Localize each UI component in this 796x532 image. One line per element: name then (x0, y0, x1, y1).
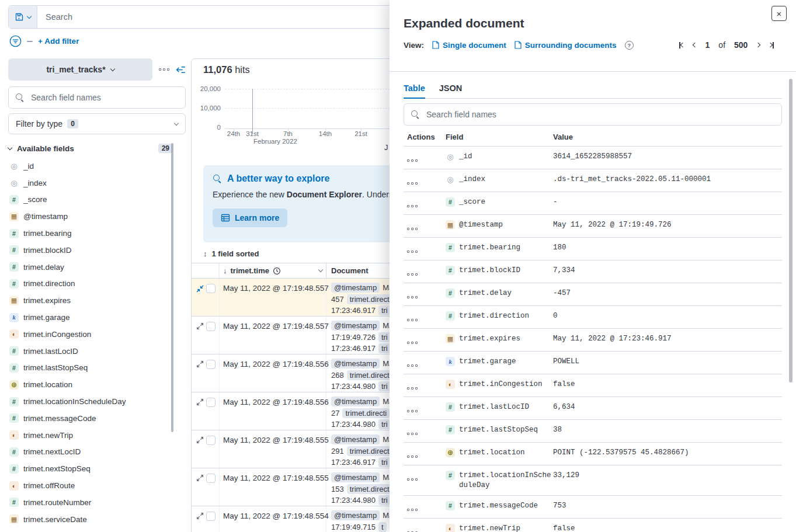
field-actions-buttons[interactable] (407, 182, 418, 185)
toggle-document-details-icon[interactable] (196, 512, 205, 520)
filter-count-badge: 0 (67, 119, 78, 128)
sorted-fields-button[interactable]: ↕ 1 field sorted (203, 249, 259, 258)
first-page-button[interactable] (679, 42, 684, 48)
field-list-item[interactable]: trimet.locationInScheduleDay (8, 393, 186, 410)
toggle-document-details-icon[interactable] (196, 322, 205, 330)
field-list-item[interactable]: _score (8, 192, 186, 208)
field-type-icon (9, 413, 19, 423)
field-list-item[interactable]: trimet.newTrip (8, 427, 186, 444)
toggle-document-details-icon[interactable] (196, 474, 205, 482)
field-type-icon (9, 346, 19, 356)
flyout-title: Expanded document (404, 0, 782, 30)
select-document-checkbox[interactable] (206, 360, 215, 369)
previous-page-button[interactable] (693, 43, 697, 47)
field-list-item[interactable]: trimet.lastStopSeq (8, 360, 186, 377)
field-list-item[interactable]: trimet.messageCode (8, 410, 186, 427)
toggle-document-details-icon[interactable] (196, 436, 205, 444)
sidebar-scrollbar[interactable] (171, 143, 173, 432)
select-document-checkbox[interactable] (206, 284, 215, 293)
field-list-item[interactable]: trimet.lastLocID (8, 343, 186, 360)
field-type-icon (446, 524, 455, 532)
search-icon (213, 174, 222, 183)
available-fields-toggle[interactable]: Available fields 29 (8, 141, 186, 155)
surrounding-documents-link[interactable]: Surrounding documents (515, 41, 617, 50)
field-actions-buttons[interactable] (407, 364, 418, 367)
toggle-document-details-icon[interactable] (196, 284, 204, 294)
field-type-icon (446, 334, 455, 343)
field-value-row: trimet.inCongestion false (404, 374, 782, 397)
close-flyout-button[interactable]: × (771, 6, 787, 21)
flyout-scrollbar[interactable] (789, 79, 792, 383)
field-list-item[interactable]: trimet.direction (8, 276, 186, 293)
field-list-item[interactable]: trimet.blockID (8, 242, 186, 259)
column-menu-chevron-icon[interactable] (318, 267, 323, 272)
field-list-item[interactable]: trimet.location (8, 376, 186, 393)
select-document-checkbox[interactable] (206, 474, 215, 483)
field-value: POINT (-122.5379575 45.4828667) (553, 448, 782, 458)
learn-more-button[interactable]: Learn more (213, 208, 287, 227)
filter-by-type-select[interactable]: Filter by type 0 (8, 113, 186, 134)
field-actions-buttons[interactable] (407, 319, 418, 321)
field-value-row: @timestamp May 11, 2022 @ 17:19:49.726 (404, 215, 782, 238)
field-actions-buttons[interactable] (407, 387, 418, 390)
field-list-item[interactable]: @timestamp (8, 208, 186, 225)
field-list-item[interactable]: trimet.bearing (8, 225, 186, 242)
field-actions-buttons[interactable] (407, 251, 418, 253)
field-list-item[interactable]: trimet.serviceDate (8, 511, 186, 528)
field-search-input[interactable] (30, 92, 179, 103)
tab-table[interactable]: Table (404, 84, 425, 98)
next-page-button[interactable] (756, 43, 760, 47)
field-value: May 11, 2022 @ 17:19:49.726 (553, 220, 782, 230)
toggle-document-details-icon[interactable] (196, 398, 205, 406)
saved-query-menu-button[interactable] (9, 6, 37, 28)
field-value-row: _id 3614_1652285988557 (404, 147, 782, 169)
field-list-item[interactable]: trimet.nextStopSeq (8, 460, 186, 477)
field-type-icon (9, 262, 19, 272)
field-list-item[interactable]: _index (8, 175, 186, 192)
field-list-item[interactable]: _id (8, 158, 186, 175)
field-actions-buttons[interactable] (407, 296, 418, 298)
toggle-document-details-icon[interactable] (196, 360, 205, 368)
field-list-item[interactable]: trimet.inCongestion (8, 326, 186, 343)
field-list-item[interactable]: trimet.routeNumber (8, 494, 186, 511)
time-column-header[interactable]: ↓ trimet.time (219, 263, 326, 278)
collapse-sidebar-button[interactable] (176, 65, 186, 75)
fields-sidebar: tri_met_tracks* Filter by type 0 Availab… (8, 58, 186, 528)
field-actions-buttons[interactable] (407, 159, 418, 162)
select-document-checkbox[interactable] (206, 512, 215, 521)
field-list-item[interactable]: trimet.expires (8, 292, 186, 309)
field-actions-buttons[interactable] (407, 478, 418, 481)
hits-count: 11,076 hits (203, 64, 250, 75)
index-pattern-selector[interactable]: tri_met_tracks* (8, 58, 152, 81)
field-actions-buttons[interactable] (407, 342, 418, 344)
field-actions-buttons[interactable] (407, 273, 418, 276)
field-list-item[interactable]: trimet.garage (8, 309, 186, 326)
save-icon (15, 12, 24, 22)
select-document-checkbox[interactable] (206, 398, 215, 407)
field-list-options-button[interactable] (159, 68, 169, 71)
single-document-link[interactable]: Single document (432, 41, 506, 50)
field-value: 3614_1652285988557 (553, 152, 782, 162)
page-of-label: of (718, 40, 725, 50)
field-name: trimet.locationInScheduleDay (23, 397, 126, 406)
field-value-row: trimet.messageCode 753 (404, 496, 782, 519)
field-name: _index (23, 179, 47, 187)
filter-icon[interactable] (9, 35, 22, 47)
select-document-checkbox[interactable] (206, 322, 215, 331)
add-filter-button[interactable]: + Add filter (38, 37, 79, 46)
field-list-item[interactable]: trimet.delay (8, 259, 186, 276)
field-list-item[interactable]: trimet.nextLocID (8, 444, 186, 461)
last-page-button[interactable] (769, 42, 774, 48)
select-document-checkbox[interactable] (206, 436, 215, 445)
field-actions-buttons[interactable] (407, 509, 418, 511)
field-actions-buttons[interactable] (407, 410, 418, 412)
field-actions-buttons[interactable] (407, 205, 418, 207)
field-actions-buttons[interactable] (407, 455, 418, 458)
field-type-icon (446, 380, 455, 389)
field-actions-buttons[interactable] (407, 228, 418, 230)
tab-json[interactable]: JSON (439, 84, 463, 98)
field-list-item[interactable]: trimet.offRoute (8, 477, 186, 494)
field-actions-buttons[interactable] (407, 433, 418, 435)
flyout-field-search-input[interactable] (425, 109, 775, 120)
help-icon[interactable]: ? (625, 41, 634, 50)
